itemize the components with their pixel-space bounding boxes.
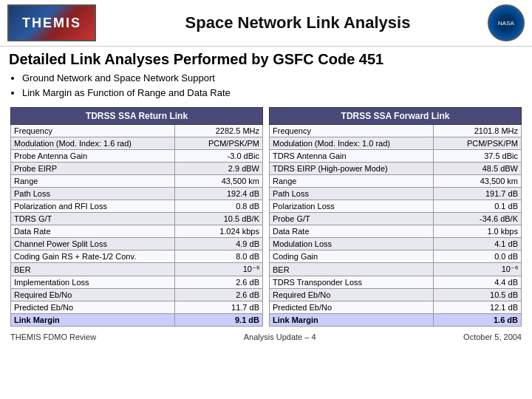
- row-label: Predicted Eb/No: [270, 301, 434, 314]
- row-value: 1.6 dB: [433, 314, 521, 327]
- row-value: 1.0 kbps: [433, 225, 521, 238]
- row-value: 1.024 kbps: [174, 225, 262, 238]
- table-row: Link Margin 1.6 dB: [270, 314, 522, 327]
- table-row: Frequency 2282.5 MHz: [11, 125, 263, 137]
- row-value: 2.6 dB: [174, 289, 262, 301]
- row-value: -34.6 dB/K: [433, 213, 521, 225]
- row-value: 4.1 dB: [433, 238, 521, 250]
- row-label: Coding Gain RS + Rate-1/2 Conv.: [11, 250, 175, 263]
- row-label: Path Loss: [270, 188, 434, 200]
- row-label: Frequency: [270, 125, 434, 137]
- table-row: Data Rate 1.024 kbps: [11, 225, 263, 238]
- table-row: Polarization Loss 0.1 dB: [270, 200, 522, 213]
- row-value: 2101.8 MHz: [433, 125, 521, 137]
- row-value: 10⁻⁶: [433, 263, 521, 276]
- return-link-table: TDRSS SSA Return Link Frequency 2282.5 M…: [10, 107, 263, 327]
- header-title: Space Network Link Analysis: [108, 13, 488, 33]
- row-value: 4.4 dB: [433, 276, 521, 289]
- row-label: Path Loss: [11, 188, 175, 200]
- table-row: TDRS Transponder Loss 4.4 dB: [270, 276, 522, 289]
- row-label: Modulation (Mod. Index: 1.0 rad): [270, 137, 434, 150]
- row-label: Predicted Eb/No: [11, 301, 175, 314]
- row-label: BER: [270, 263, 434, 276]
- table-row: Modulation (Mod. Index: 1.0 rad) PCM/PSK…: [270, 137, 522, 150]
- table-row: Predicted Eb/No 12.1 dB: [270, 301, 522, 314]
- table-row: Polarization and RFI Loss 0.8 dB: [11, 200, 263, 213]
- table-row: Link Margin 9.1 dB: [11, 314, 263, 327]
- row-value: 12.1 dB: [433, 301, 521, 314]
- return-link-table-wrapper: TDRSS SSA Return Link Frequency 2282.5 M…: [10, 107, 263, 327]
- footer-left: THEMIS FDMO Review: [10, 332, 96, 341]
- table-row: Probe Antenna Gain -3.0 dBic: [11, 150, 263, 163]
- row-label: Polarization and RFI Loss: [11, 200, 175, 213]
- row-label: Link Margin: [270, 314, 434, 327]
- bullet-2: Link Margin as Function of Range and Dat…: [22, 86, 523, 100]
- table-row: Channel Power Split Loss 4.9 dB: [11, 238, 263, 250]
- row-value: 11.7 dB: [174, 301, 262, 314]
- row-value: 37.5 dBic: [433, 150, 521, 163]
- row-label: Probe Antenna Gain: [11, 150, 175, 163]
- row-label: TDRS EIRP (High-power Mode): [270, 163, 434, 175]
- row-value: 2.9 dBW: [174, 163, 262, 175]
- row-label: Range: [270, 175, 434, 188]
- row-label: Data Rate: [11, 225, 175, 238]
- table-row: Implementation Loss 2.6 dB: [11, 276, 263, 289]
- table-row: BER 10⁻⁶: [270, 263, 522, 276]
- row-label: Channel Power Split Loss: [11, 238, 175, 250]
- row-label: Implementation Loss: [11, 276, 175, 289]
- row-label: TDRS Transponder Loss: [270, 276, 434, 289]
- row-value: 4.9 dB: [174, 238, 262, 250]
- bullet-1: Ground Network and Space Network Support: [22, 71, 523, 86]
- table-row: Path Loss 191.7 dB: [270, 188, 522, 200]
- row-value: 43,500 km: [433, 175, 521, 188]
- row-label: TDRS G/T: [11, 213, 175, 225]
- table-row: Coding Gain 0.0 dB: [270, 250, 522, 263]
- row-label: Range: [11, 175, 175, 188]
- return-link-heading: TDRSS SSA Return Link: [11, 108, 263, 125]
- row-value: PCM/PSK/PM: [174, 137, 262, 150]
- row-label: Polarization Loss: [270, 200, 434, 213]
- row-value: 0.8 dB: [174, 200, 262, 213]
- table-row: Data Rate 1.0 kbps: [270, 225, 522, 238]
- row-value: 2.6 dB: [174, 276, 262, 289]
- row-value: 8.0 dB: [174, 250, 262, 263]
- row-label: Modulation Loss: [270, 238, 434, 250]
- row-label: Required Eb/No: [11, 289, 175, 301]
- footer-center: Analysis Update – 4: [244, 332, 316, 341]
- row-value: 191.7 dB: [433, 188, 521, 200]
- row-label: BER: [11, 263, 175, 276]
- row-value: 43,500 km: [174, 175, 262, 188]
- table-row: TDRS G/T 10.5 dB/K: [11, 213, 263, 225]
- table-row: Required Eb/No 10.5 dB: [270, 289, 522, 301]
- forward-link-table-wrapper: TDRSS SSA Forward Link Frequency 2101.8 …: [269, 107, 522, 327]
- footer-right: October 5, 2004: [463, 332, 522, 341]
- table-row: BER 10⁻⁶: [11, 263, 263, 276]
- themis-logo: THEMIS: [7, 4, 96, 41]
- row-value: 0.0 dB: [433, 250, 521, 263]
- row-label: TDRS Antenna Gain: [270, 150, 434, 163]
- table-row: Predicted Eb/No 11.7 dB: [11, 301, 263, 314]
- row-label: Link Margin: [11, 314, 175, 327]
- row-label: Probe EIRP: [11, 163, 175, 175]
- row-label: Probe G/T: [270, 213, 434, 225]
- row-value: 192.4 dB: [174, 188, 262, 200]
- row-value: 48.5 dBW: [433, 163, 521, 175]
- forward-link-table: TDRSS SSA Forward Link Frequency 2101.8 …: [269, 107, 522, 327]
- row-label: Coding Gain: [270, 250, 434, 263]
- table-row: TDRS EIRP (High-power Mode) 48.5 dBW: [270, 163, 522, 175]
- table-row: Modulation (Mod. Index: 1.6 rad) PCM/PSK…: [11, 137, 263, 150]
- header: THEMIS Space Network Link Analysis NASA: [0, 0, 532, 47]
- row-value: 9.1 dB: [174, 314, 262, 327]
- footer: THEMIS FDMO Review Analysis Update – 4 O…: [0, 330, 532, 344]
- table-row: Path Loss 192.4 dB: [11, 188, 263, 200]
- table-row: Required Eb/No 2.6 dB: [11, 289, 263, 301]
- tables-container: TDRSS SSA Return Link Frequency 2282.5 M…: [0, 107, 532, 327]
- row-label: Data Rate: [270, 225, 434, 238]
- row-value: 10.5 dB: [433, 289, 521, 301]
- row-value: -3.0 dBic: [174, 150, 262, 163]
- table-row: Range 43,500 km: [270, 175, 522, 188]
- forward-link-heading: TDRSS SSA Forward Link: [270, 108, 522, 125]
- row-value: PCM/PSK/PM: [433, 137, 521, 150]
- table-row: Range 43,500 km: [11, 175, 263, 188]
- table-row: Probe EIRP 2.9 dBW: [11, 163, 263, 175]
